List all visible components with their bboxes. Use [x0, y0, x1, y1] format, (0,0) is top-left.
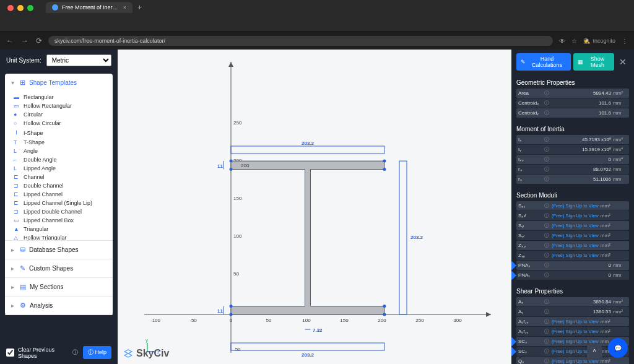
shape-item[interactable]: ▭Hollow Rectangular: [10, 102, 108, 110]
menu-icon[interactable]: ⋮: [622, 38, 628, 45]
info-icon[interactable]: ⓘ: [544, 222, 549, 229]
signup-link[interactable]: (Free) Sign Up to View: [552, 243, 599, 248]
info-icon[interactable]: ⓘ: [544, 298, 549, 305]
shape-label: Rectangular: [24, 94, 54, 100]
reload-icon[interactable]: ⟳: [36, 37, 42, 45]
info-icon[interactable]: ⓘ: [544, 348, 549, 355]
shape-item[interactable]: ⊏Lipped Channel: [10, 190, 108, 199]
shape-item[interactable]: ▬Rectangular: [10, 93, 108, 102]
shape-item[interactable]: ○Hollow Circular: [10, 119, 108, 128]
url-field[interactable]: skyciv.com/free-moment-of-inertia-calcul…: [48, 36, 553, 46]
forward-icon[interactable]: →: [21, 37, 28, 45]
signup-link[interactable]: (Free) Sign Up to View: [552, 213, 599, 219]
signup-link[interactable]: (Free) Sign Up to View: [552, 223, 599, 228]
new-tab-button[interactable]: +: [132, 3, 147, 12]
shape-item[interactable]: ⊏Lipped Channel (Single Lip): [10, 199, 108, 207]
browser-tab[interactable]: Free Moment of Inertia & Cen… ×: [46, 2, 132, 13]
signup-link[interactable]: (Free) Sign Up to View: [552, 339, 599, 344]
scroll-top-button[interactable]: ^: [587, 345, 602, 358]
info-icon[interactable]: ⓘ: [544, 318, 549, 325]
signup-link[interactable]: (Free) Sign Up to View: [552, 253, 599, 258]
shape-item[interactable]: ⊐Double Channel: [10, 181, 108, 190]
resize-handle[interactable]: [230, 168, 233, 171]
shape-label: Lipped Angle: [24, 165, 56, 171]
info-icon[interactable]: ⓘ: [544, 176, 549, 183]
my-sections-header[interactable]: ▸ ▤ My Sections: [5, 278, 113, 296]
help-button[interactable]: ⓘ Help: [83, 346, 111, 359]
prop-unit: mm³: [599, 358, 615, 364]
signup-link[interactable]: (Free) Sign Up to View: [552, 319, 599, 324]
shape-item[interactable]: ⊏Channel: [10, 173, 108, 181]
tab-bar: Free Moment of Inertia & Cen… × +: [41, 2, 152, 13]
info-icon[interactable]: ⓘ: [544, 328, 549, 335]
shape-glyph-icon: ⊐: [14, 209, 20, 215]
shape-item[interactable]: TT-Shape: [10, 138, 108, 147]
unit-system-select[interactable]: Metric: [46, 54, 111, 66]
moi-title: Moment of Inertia: [516, 123, 629, 135]
info-icon[interactable]: ⓘ: [544, 136, 549, 143]
resize-handle[interactable]: [383, 305, 386, 308]
clear-prev-input[interactable]: [6, 349, 14, 357]
canvas-area[interactable]: -100-50050100150200250300 -100-505010015…: [118, 50, 511, 364]
tab-close-icon[interactable]: ×: [123, 4, 126, 11]
shape-templates-header[interactable]: ▾ ⊞ Shape Templates: [5, 74, 113, 92]
resize-handle[interactable]: [230, 160, 233, 163]
window-max-icon[interactable]: [27, 5, 33, 11]
clear-previous-checkbox[interactable]: Clear Previous Shapes ⓘ: [6, 347, 78, 359]
signup-link[interactable]: (Free) Sign Up to View: [552, 203, 599, 209]
close-panel-icon[interactable]: ✕: [617, 57, 629, 67]
resize-handle[interactable]: [383, 168, 386, 171]
shape-item[interactable]: ＩI-Shape: [10, 128, 108, 138]
shape-glyph-icon: ⊏: [14, 191, 20, 197]
info-icon[interactable]: ⓘ: [544, 272, 549, 279]
shape-item[interactable]: △Hollow Triangular: [10, 233, 108, 240]
resize-handle[interactable]: [230, 313, 233, 316]
info-icon[interactable]: ⓘ: [544, 202, 549, 209]
hand-calculations-button[interactable]: ✎ Hand Calculations: [516, 53, 571, 71]
info-icon[interactable]: ⓘ: [544, 110, 549, 116]
signup-link[interactable]: (Free) Sign Up to View: [552, 358, 599, 364]
window-close-icon[interactable]: [7, 5, 14, 11]
info-icon[interactable]: ⓘ: [544, 146, 549, 153]
info-icon[interactable]: ⓘ: [544, 232, 549, 239]
shape-item[interactable]: ●Circular: [10, 110, 108, 119]
prop-label: Zₓₚ: [518, 243, 544, 248]
prop-unit: mm⁴: [611, 147, 627, 152]
shape-item[interactable]: LAngle: [10, 147, 108, 155]
info-icon[interactable]: ⓘ: [544, 358, 549, 364]
resize-handle[interactable]: [383, 160, 386, 163]
info-icon[interactable]: ⓘ: [544, 156, 549, 163]
resize-handle[interactable]: [383, 313, 386, 316]
shape-item[interactable]: ⌐Double Angle: [10, 155, 108, 164]
custom-shapes-header[interactable]: ▸ ✎ Custom Shapes: [5, 259, 113, 277]
info-icon[interactable]: ⓘ: [544, 100, 549, 106]
prop-row: Centroidᵧⓘ101.6mm: [516, 108, 629, 118]
i-beam-section[interactable]: [231, 161, 384, 314]
database-shapes-header[interactable]: ▸ ⛁ Database Shapes: [5, 241, 113, 259]
info-icon[interactable]: ⓘ: [544, 252, 549, 259]
shape-item[interactable]: ▲Triangular: [10, 225, 108, 233]
info-icon[interactable]: ⓘ: [544, 262, 549, 269]
info-icon[interactable]: ⓘ: [72, 349, 78, 357]
analysis-header[interactable]: ▸ ⚙ Analysis: [5, 297, 113, 314]
signup-link[interactable]: (Free) Sign Up to View: [552, 329, 599, 334]
resize-handle[interactable]: [230, 305, 233, 308]
show-mesh-button[interactable]: ▦ Show Mesh: [573, 53, 614, 71]
info-icon[interactable]: ⓘ: [544, 90, 549, 97]
eye-off-icon[interactable]: 👁: [559, 38, 565, 45]
star-icon[interactable]: ☆: [571, 38, 577, 45]
window-min-icon[interactable]: [17, 5, 24, 11]
back-icon[interactable]: ←: [6, 37, 14, 45]
info-icon[interactable]: ⓘ: [544, 338, 549, 345]
signup-link[interactable]: (Free) Sign Up to View: [552, 233, 599, 238]
info-icon[interactable]: ⓘ: [544, 308, 549, 315]
chat-support-button[interactable]: 💬: [608, 338, 628, 358]
prop-unit: mm: [611, 176, 627, 182]
shape-item[interactable]: ⊐Lipped Double Channel: [10, 207, 108, 216]
info-icon[interactable]: ⓘ: [544, 212, 549, 219]
info-icon[interactable]: ⓘ: [544, 242, 549, 249]
shape-item[interactable]: ▭Lipped Channel Box: [10, 216, 108, 225]
prop-label: PNAₓ: [518, 262, 544, 268]
info-icon[interactable]: ⓘ: [544, 166, 549, 173]
shape-item[interactable]: LLipped Angle: [10, 164, 108, 173]
